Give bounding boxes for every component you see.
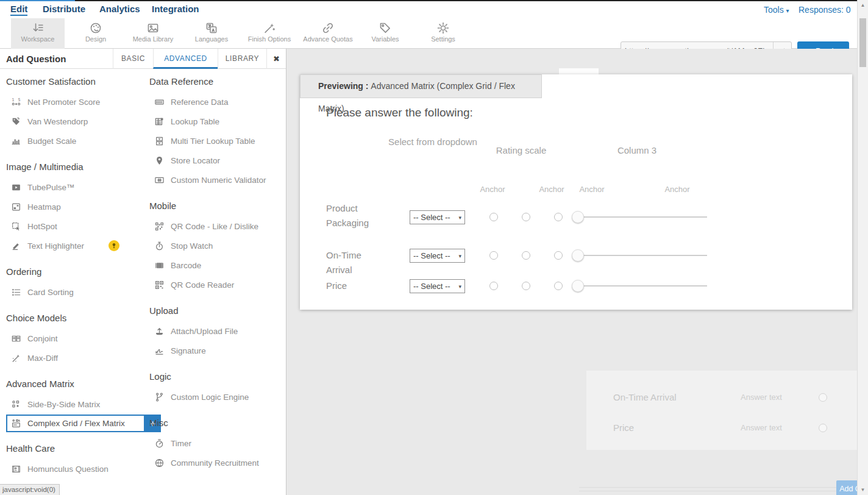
- question-type-label: Card Sorting: [27, 288, 74, 297]
- question-type-budget-scale[interactable]: Budget Scale: [6, 131, 145, 151]
- responses-count[interactable]: Responses: 0: [799, 5, 851, 15]
- question-type-multi-tier-lookup-table[interactable]: Multi Tier Lookup Table: [149, 131, 285, 151]
- scrollbar-up-arrow[interactable]: ▲: [858, 2, 868, 8]
- close-panel-button[interactable]: ✖: [266, 49, 286, 69]
- van-westendorp-icon: [11, 116, 21, 127]
- toolbar-media-library[interactable]: Media Library: [124, 18, 182, 49]
- scrollbar-thumb[interactable]: [859, 18, 866, 67]
- toolbar-advance-quotas[interactable]: Advance Quotas: [300, 18, 356, 49]
- question-type-signature[interactable]: Signature: [149, 341, 285, 360]
- slider-handle-on-time-arrival[interactable]: [572, 249, 584, 262]
- toolbar-workspace[interactable]: Workspace: [11, 18, 65, 49]
- question-type-label: Timer: [171, 439, 191, 448]
- section-customer-satisfaction: Customer Satisfaction15Net Promoter Scor…: [6, 76, 145, 151]
- section-heading-image-multimedia: Image / Multimedia: [6, 162, 145, 174]
- question-type-barcode[interactable]: Barcode: [149, 255, 285, 275]
- question-type-hotspot[interactable]: HotSpot: [6, 216, 145, 236]
- custom-numeric-validator-icon: [154, 175, 165, 185]
- question-type-store-locator[interactable]: Store Locator: [149, 151, 285, 170]
- tab-library[interactable]: LIBRARY: [218, 49, 266, 69]
- rating-radio-on-time-arrival-1[interactable]: [489, 251, 498, 260]
- section-heading-health-care: Health Care: [6, 443, 145, 455]
- toolbar-finish-options[interactable]: Finish Options: [241, 18, 297, 49]
- rating-radio-product-packaging-2[interactable]: [522, 213, 530, 221]
- question-type-custom-logic-engine[interactable]: Custom Logic Engine: [149, 387, 285, 407]
- question-type-max-diff[interactable]: Max-Diff: [6, 348, 145, 368]
- barcode-icon: [154, 260, 165, 271]
- question-type-homunculus-question[interactable]: Homunculus Question: [6, 459, 145, 479]
- question-type-label: Lookup Table: [171, 117, 219, 126]
- tools-menu[interactable]: Tools ▾: [764, 5, 789, 15]
- question-type-side-by-side-matrix[interactable]: Side-By-Side Matrix: [6, 394, 145, 414]
- question-type-label: Community Recruitment: [171, 458, 259, 468]
- toolbar: Preview WorkspaceDesignMedia LibraryLang…: [0, 18, 868, 49]
- question-type-card-sorting[interactable]: Card Sorting: [6, 282, 145, 302]
- toolbar-design[interactable]: Design: [73, 18, 118, 49]
- section-heading-misc: Misc: [149, 418, 285, 430]
- dropdown-on-time-arrival[interactable]: -- Select --▾: [410, 249, 465, 263]
- dropdown-product-packaging[interactable]: -- Select --▾: [410, 210, 465, 224]
- question-type-qr-code-like-dislike[interactable]: QR Code - Like / Dislike: [149, 216, 285, 236]
- previewing-label: Previewing :: [318, 81, 368, 91]
- close-icon: ✖: [273, 54, 280, 63]
- question-type-conjoint[interactable]: Conjoint: [6, 329, 145, 348]
- question-type-complex-grid-flex-matrix[interactable]: Complex Grid / Flex Matrix+: [6, 415, 145, 432]
- question-type-text-highlighter[interactable]: Text Highlighter: [6, 236, 145, 255]
- settings-icon: [436, 21, 450, 35]
- section-advanced-matrix: Advanced MatrixSide-By-Side MatrixComple…: [6, 379, 145, 432]
- toolbar-settings[interactable]: Settings: [417, 18, 469, 49]
- dropdown-price[interactable]: -- Select --▾: [410, 279, 465, 293]
- question-type-community-recruitment[interactable]: Community Recruitment: [149, 453, 285, 472]
- rating-radio-price-2[interactable]: [522, 282, 530, 290]
- rating-radio-price-3[interactable]: [554, 282, 563, 290]
- complex-grid-flex-matrix-icon: [11, 418, 21, 429]
- question-type-timer[interactable]: Timer: [149, 433, 285, 453]
- question-type-stop-watch[interactable]: Stop Watch: [149, 236, 285, 255]
- toolbar-variables[interactable]: Variables: [362, 18, 408, 49]
- rating-radio-on-time-arrival-3[interactable]: [554, 251, 563, 260]
- slider-track-on-time-arrival: [580, 255, 707, 256]
- question-type-reference-data[interactable]: Reference Data: [149, 92, 285, 112]
- question-type-label: Van Westendorp: [27, 117, 88, 126]
- toolbar-languages[interactable]: Languages: [187, 18, 237, 49]
- rating-radio-on-time-arrival-2[interactable]: [522, 251, 530, 260]
- question-type-label: Custom Numeric Validator: [171, 176, 266, 185]
- preview-card: Previewing : Advanced Matrix (Complex Gr…: [300, 74, 852, 310]
- tab-basic[interactable]: BASIC: [113, 49, 153, 69]
- section-heading-ordering: Ordering: [6, 266, 145, 279]
- nav-integration[interactable]: Integration: [152, 4, 199, 14]
- rating-radio-product-packaging-3[interactable]: [554, 213, 563, 221]
- section-image-multimedia: Image / MultimediaTubePulse™HeatmapHotSp…: [6, 162, 145, 255]
- question-type-qr-code-reader[interactable]: QR Code Reader: [149, 275, 285, 294]
- question-type-label: Conjoint: [27, 334, 58, 343]
- question-type-heatmap[interactable]: Heatmap: [6, 197, 145, 216]
- nav-edit[interactable]: Edit: [10, 4, 27, 16]
- slider-handle-product-packaging[interactable]: [572, 211, 584, 223]
- bulb-icon: [110, 242, 118, 249]
- slider-handle-price[interactable]: [572, 280, 584, 292]
- question-type-custom-numeric-validator[interactable]: Custom Numeric Validator: [149, 170, 285, 190]
- question-type-van-westendorp[interactable]: Van Westendorp: [6, 112, 145, 131]
- chevron-down-icon: ▾: [458, 283, 461, 290]
- nav-distribute[interactable]: Distribute: [43, 4, 85, 14]
- matrix-row-label-product-packaging: Product Packaging: [326, 201, 387, 230]
- top-nav: Edit Distribute Analytics Integration To…: [0, 1, 868, 18]
- question-type-label: Net Promoter Score: [27, 98, 100, 107]
- question-type-tubepulse[interactable]: TubePulse™: [6, 177, 145, 197]
- section-heading-mobile: Mobile: [149, 201, 285, 213]
- question-type-net-promoter-score[interactable]: 15Net Promoter Score: [6, 92, 145, 112]
- tab-advanced[interactable]: ADVANCED: [153, 49, 218, 69]
- nav-analytics[interactable]: Analytics: [99, 4, 140, 14]
- rating-radio-price-1[interactable]: [489, 282, 498, 290]
- scrollbar-down-arrow[interactable]: ▼: [858, 487, 868, 493]
- previewing-header: Previewing : Advanced Matrix (Complex Gr…: [300, 74, 542, 98]
- question-type-label: Attach/Upload File: [171, 327, 238, 336]
- question-types-column-1: Customer Satisfaction15Net Promoter Scor…: [6, 69, 145, 490]
- rating-radio-product-packaging-1[interactable]: [489, 213, 498, 221]
- question-type-label: QR Code - Like / Dislike: [171, 222, 258, 231]
- qr-code-like-dislike-icon: [154, 221, 165, 232]
- column-header-2: Rating scale: [491, 143, 552, 158]
- question-type-label: Multi Tier Lookup Table: [171, 137, 255, 146]
- question-type-attach-upload-file[interactable]: Attach/Upload File: [149, 321, 285, 341]
- question-type-lookup-table[interactable]: Lookup Table: [149, 112, 285, 131]
